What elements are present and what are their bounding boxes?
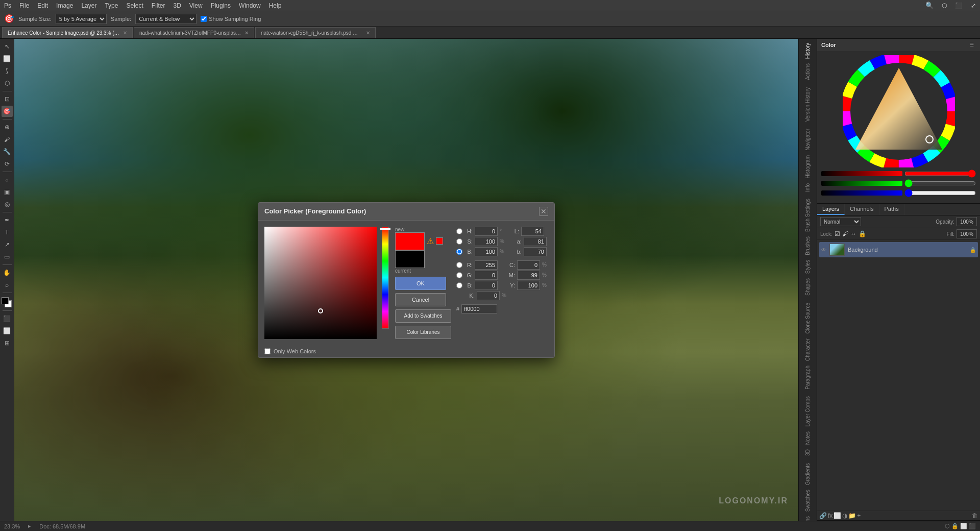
r-input[interactable] xyxy=(475,260,498,270)
h-radio[interactable] xyxy=(456,228,462,234)
menu-window[interactable]: Window xyxy=(239,2,261,9)
h-input[interactable] xyxy=(475,227,498,236)
only-web-colors-checkbox[interactable] xyxy=(264,348,271,354)
modal-close-button[interactable]: ✕ xyxy=(539,207,548,216)
eyedropper-tool-btn[interactable]: 🎯 xyxy=(2,106,13,117)
menu-filter[interactable]: Filter xyxy=(152,2,165,9)
menu-file[interactable]: File xyxy=(19,2,29,9)
menu-select[interactable]: Select xyxy=(126,2,143,9)
search-icon[interactable]: 🔍 xyxy=(925,2,934,9)
create-layer-icon[interactable]: + xyxy=(857,512,861,519)
move-tool-btn[interactable]: ↖ xyxy=(2,41,13,52)
color-options-icon[interactable]: ☰ xyxy=(968,41,976,49)
app-icon[interactable]: Ps xyxy=(4,2,11,9)
tab-0[interactable]: Enhance Color - Sample Image.psd @ 23.3%… xyxy=(2,27,133,38)
tab-close-2[interactable]: ✕ xyxy=(366,30,370,36)
quick-select-tool-btn[interactable]: ⬡ xyxy=(2,78,13,89)
path-select-tool-btn[interactable]: ↗ xyxy=(2,239,13,250)
lock-all-icon[interactable]: 🔒 xyxy=(859,230,866,237)
version-history-panel-toggle[interactable]: Version History xyxy=(800,85,816,124)
add-to-swatches-button[interactable]: Add to Swatches xyxy=(395,309,451,323)
lock-transparent-icon[interactable]: ☑ xyxy=(835,230,840,237)
hand-tool-btn[interactable]: ✋ xyxy=(2,267,13,278)
notes-panel-toggle[interactable]: Notes xyxy=(800,429,816,447)
create-adjustment-icon[interactable]: ◑ xyxy=(842,512,847,519)
create-group-icon[interactable]: 📁 xyxy=(848,512,856,519)
clone-stamp-tool-btn[interactable]: 🔧 xyxy=(2,146,13,157)
hue-slider[interactable] xyxy=(382,227,390,329)
layers-tab[interactable]: Layers xyxy=(817,204,845,215)
ok-button[interactable]: OK xyxy=(395,277,446,290)
3d-panel-toggle[interactable]: 3D xyxy=(800,447,816,458)
tab-close-0[interactable]: ✕ xyxy=(123,30,127,36)
layer-visibility-icon[interactable]: 👁 xyxy=(821,247,826,253)
b3-input[interactable] xyxy=(475,281,498,290)
g-radio[interactable] xyxy=(456,272,462,278)
r-radio[interactable] xyxy=(456,262,462,268)
r-slider[interactable] xyxy=(904,170,976,178)
y-input[interactable] xyxy=(517,281,540,290)
color-gradient-picker[interactable] xyxy=(264,227,377,339)
b2-input[interactable] xyxy=(524,247,547,256)
maximize-icon[interactable]: ⤢ xyxy=(971,2,976,9)
layer-comps-panel-toggle[interactable]: Layer Comps xyxy=(800,394,816,428)
brushes-panel-toggle[interactable]: Brushes xyxy=(800,234,816,257)
show-sampling-ring-label[interactable]: Show Sampling Ring xyxy=(201,16,261,22)
delete-layer-icon[interactable]: 🗑 xyxy=(972,512,978,519)
layer-row-background[interactable]: 👁 Background 🔒 xyxy=(819,242,978,257)
l-input[interactable] xyxy=(521,227,544,236)
menu-edit[interactable]: Edit xyxy=(37,2,48,9)
gradient-tool-btn[interactable]: ▣ xyxy=(2,186,13,198)
hex-input[interactable] xyxy=(461,304,497,313)
menu-help[interactable]: Help xyxy=(269,2,282,9)
opacity-input[interactable] xyxy=(957,217,977,226)
menu-type[interactable]: Type xyxy=(105,2,118,9)
history-brush-tool-btn[interactable]: ⟳ xyxy=(2,158,13,170)
zoom-tool-btn[interactable]: ⌕ xyxy=(2,279,13,291)
menu-3d[interactable]: 3D xyxy=(173,2,181,9)
g-input[interactable] xyxy=(475,271,498,280)
paragraph-panel-toggle[interactable]: Paragraph xyxy=(800,364,816,392)
styles-panel-toggle[interactable]: Styles xyxy=(800,258,816,276)
workspace-icon[interactable]: ⬡ xyxy=(942,2,947,9)
gradients-panel-toggle[interactable]: Gradients xyxy=(800,461,816,487)
dodge-tool-btn[interactable]: ◎ xyxy=(2,199,13,210)
gamut-warning-swatch[interactable] xyxy=(436,237,443,245)
sample-size-select[interactable]: 5 by 5 Average xyxy=(56,14,107,24)
sample-select[interactable]: Current & Below xyxy=(135,14,197,24)
foreground-color-swatch[interactable] xyxy=(2,297,9,304)
lock-image-icon[interactable]: 🖌 xyxy=(842,230,848,237)
eraser-tool-btn[interactable]: ⬦ xyxy=(2,174,13,185)
menu-plugins[interactable]: Plugins xyxy=(211,2,231,9)
b-input[interactable] xyxy=(475,247,498,256)
blend-mode-select[interactable]: Normal xyxy=(820,217,861,226)
a-input[interactable] xyxy=(524,237,547,246)
arrange-icon[interactable]: ⬛ xyxy=(955,2,963,9)
crop-tool-btn[interactable]: ⊡ xyxy=(2,93,13,105)
k-input[interactable] xyxy=(477,291,500,300)
info-panel-toggle[interactable]: Info xyxy=(800,181,816,194)
link-layers-icon[interactable]: 🔗 xyxy=(819,512,827,519)
b-radio[interactable] xyxy=(456,249,462,255)
brush-settings-panel-toggle[interactable]: Brush Settings xyxy=(800,197,816,234)
tab-2[interactable]: nate-watson-cgD5Sh_rj_k-unsplash.psd @ 2… xyxy=(255,27,376,38)
menu-view[interactable]: View xyxy=(189,2,203,9)
character-panel-toggle[interactable]: Character xyxy=(800,336,816,363)
color-wheel-container[interactable] xyxy=(843,55,955,167)
swatches-panel-toggle[interactable]: Swatches xyxy=(800,488,816,514)
cancel-button[interactable]: Cancel xyxy=(395,293,446,306)
clone-source-panel-toggle[interactable]: Clone Source xyxy=(800,301,816,336)
history-panel-toggle[interactable]: History xyxy=(800,41,816,61)
fill-input[interactable] xyxy=(957,229,977,238)
canvas-area[interactable]: Color Picker (Foreground Color) ✕ xyxy=(14,39,798,521)
navigator-panel-toggle[interactable]: Navigator xyxy=(800,127,816,153)
s-input[interactable] xyxy=(475,237,498,246)
b3-radio[interactable] xyxy=(456,282,462,288)
add-layer-style-icon[interactable]: fx xyxy=(828,512,832,519)
artboard-btn[interactable]: ⊞ xyxy=(2,337,13,349)
show-sampling-ring-checkbox[interactable] xyxy=(201,16,207,22)
current-color-preview[interactable] xyxy=(395,250,425,268)
actions-panel-toggle[interactable]: Actions xyxy=(800,61,816,82)
b-slider[interactable] xyxy=(904,189,976,197)
tab-close-1[interactable]: ✕ xyxy=(244,30,249,36)
